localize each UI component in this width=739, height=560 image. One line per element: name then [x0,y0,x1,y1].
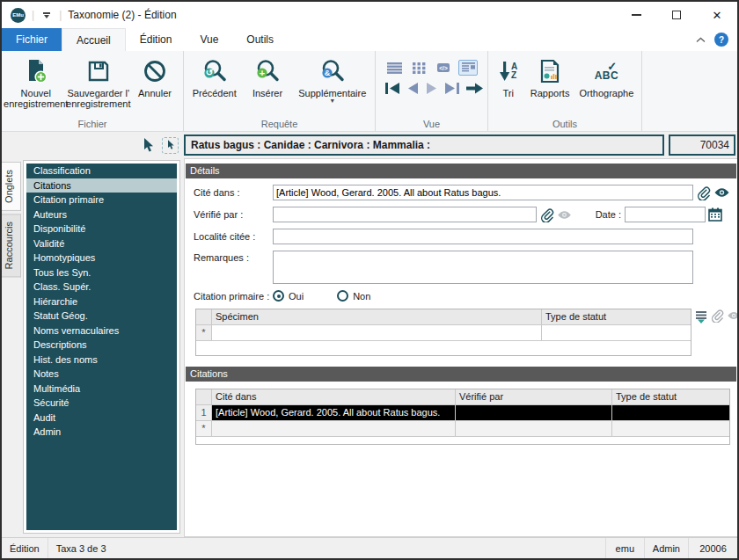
ribbon-group-fichier: Nouvel enregistrement Sauvegarder l' enr… [2,51,184,131]
calendar-icon[interactable] [708,207,722,222]
attachment-icon[interactable] [696,185,711,200]
spelling-button[interactable]: ✓ ABC Orthographe [576,55,638,100]
row-marker-header [196,389,212,405]
radio-non[interactable] [337,290,348,302]
specimen-cell[interactable] [212,325,542,341]
status-record-count: Taxa 3 de 3 [48,538,114,558]
row-number: 1 [196,405,212,421]
cite-dans-input[interactable] [273,185,693,200]
radio-oui[interactable] [273,290,284,302]
insert-button[interactable]: + Insérer [243,55,292,100]
close-button[interactable]: ✕ [697,2,737,28]
sidebar-item-homotypiques[interactable]: Homotypiques [26,251,177,265]
select-mode-icon[interactable] [162,137,179,154]
attachment-icon[interactable] [539,207,554,222]
col-header-type-statut[interactable]: Type de statut [542,309,691,325]
quick-access-dropdown-icon[interactable] [40,12,53,18]
previous-query-button[interactable]: ↺ Précédent [189,55,240,100]
reports-icon [538,56,561,86]
sidebar-item-tous-les-syn[interactable]: Tous les Syn. [26,265,177,280]
sidebar-item-disponibilite[interactable]: Disponibilité [26,222,177,236]
save-record-button[interactable]: Sauvegarder l' enregistrement [66,55,130,111]
tab-vue[interactable]: Vue [186,28,232,51]
sidebar-tab-raccourcis[interactable]: Raccourcis [2,214,21,277]
maximize-button[interactable] [656,2,697,28]
additional-query-button[interactable]: & Supplémentaire ▾ [295,55,370,105]
pointer-tool-icon[interactable] [142,138,155,153]
svg-text:+: + [260,68,265,78]
sidebar-item-citation-primaire[interactable]: Citation primaire [26,193,177,207]
tab-accueil[interactable]: Accueil [62,28,126,51]
sidebar-item-citations[interactable]: Citations [26,178,177,193]
sidebar-item-hierarchie[interactable]: Hiérarchie [26,295,177,309]
sidebar-item-class-super[interactable]: Class. Supér. [26,280,177,295]
window-title: Taxonomie (2) - Édition [68,9,176,21]
next-record-button[interactable] [425,82,438,95]
col-header-verifie-par[interactable]: Vérifié par [456,389,612,405]
previous-record-button[interactable] [406,82,420,95]
sidebar-item-classification[interactable]: Classification [26,164,177,178]
sidebar-item-audit[interactable]: Audit [26,411,177,425]
cite-dans-cell[interactable]: [Article] Wood, Gerard. 2005. All about … [212,405,456,421]
additional-query-icon: & [319,56,346,86]
goto-record-button[interactable] [465,82,484,95]
grid-view-button[interactable] [409,60,428,76]
previous-query-icon: ↺ [201,56,228,86]
last-record-button[interactable] [443,82,460,95]
type-statut-cell[interactable] [542,325,691,341]
title-bar: EMu | | Taxonomie (2) - Édition ✕ [2,2,737,28]
col-header-type-statut[interactable]: Type de statut [612,389,729,405]
help-button[interactable]: ? [714,33,728,47]
citations-new-row[interactable]: * [196,421,729,437]
details-view-button[interactable] [458,60,478,76]
sort-button[interactable]: AZ Tri [493,55,524,100]
localite-citee-input[interactable] [273,229,693,244]
citations-table: Cité dans Vérifié par Type de statut 1 [… [195,389,730,445]
status-mode: Édition [2,538,48,558]
new-record-button[interactable]: Nouvel enregistrement [5,55,66,111]
remarques-textarea[interactable] [273,251,693,284]
col-header-specimen[interactable]: Spécimen [212,309,542,325]
tab-list: Classification Citations Citation primai… [26,164,177,530]
sidebar-item-securite[interactable]: Sécurité [26,396,177,411]
first-record-button[interactable] [384,82,401,95]
tab-fichier[interactable]: Fichier [2,28,62,51]
tab-outils[interactable]: Outils [232,28,288,51]
ribbon: Nouvel enregistrement Sauvegarder l' enr… [2,51,737,132]
details-section-header: Détails [186,164,736,178]
grid-view-icon [413,62,426,74]
date-input[interactable] [625,207,706,222]
app-logo-icon[interactable]: EMu [11,8,26,23]
sidebar-item-noms-vernaculaires[interactable]: Noms vernaculaires [26,324,177,338]
sidebar-item-hist-des-noms[interactable]: Hist. des noms [26,353,177,367]
cancel-button[interactable]: Annuler [130,55,179,100]
sidebar-item-validite[interactable]: Validité [26,236,177,251]
fill-down-icon[interactable] [695,310,707,324]
sidebar-item-multimedia[interactable]: Multimédia [26,382,177,396]
text-view-button[interactable]: </> [434,60,453,76]
sort-icon: AZ [499,56,517,86]
tab-edition[interactable]: Édition [126,28,187,51]
verifie-par-input[interactable] [273,207,537,222]
verifie-par-cell[interactable] [456,405,612,421]
minimize-button[interactable] [616,2,656,28]
view-attachment-icon[interactable] [713,187,730,198]
sidebar-item-notes[interactable]: Notes [26,367,177,382]
separator: | [32,9,34,21]
type-statut-cell[interactable] [612,405,729,421]
sidebar-item-statut-geog[interactable]: Statut Géog. [26,309,177,324]
collapse-ribbon-icon[interactable] [696,37,706,43]
reports-button[interactable]: Rapports [525,55,574,100]
col-header-cite-dans[interactable]: Cité dans [212,389,456,405]
radio-non-label: Non [353,291,370,302]
list-view-button[interactable] [384,60,404,76]
sidebar-item-admin[interactable]: Admin [26,425,177,440]
sidebar-item-descriptions[interactable]: Descriptions [26,338,177,353]
citations-row-selected[interactable]: 1 [Article] Wood, Gerard. 2005. All abou… [196,405,729,421]
view-attachment-icon-disabled [557,210,572,220]
sidebar-item-auteurs[interactable]: Auteurs [26,207,177,222]
maximize-icon [672,11,681,19]
ribbon-group-vue: </> [376,51,488,131]
sidebar-tab-onglets[interactable]: Onglets [2,162,21,211]
record-summary-row: Ratus bagus : Canidae : Carnivora : Mamm… [2,132,737,158]
